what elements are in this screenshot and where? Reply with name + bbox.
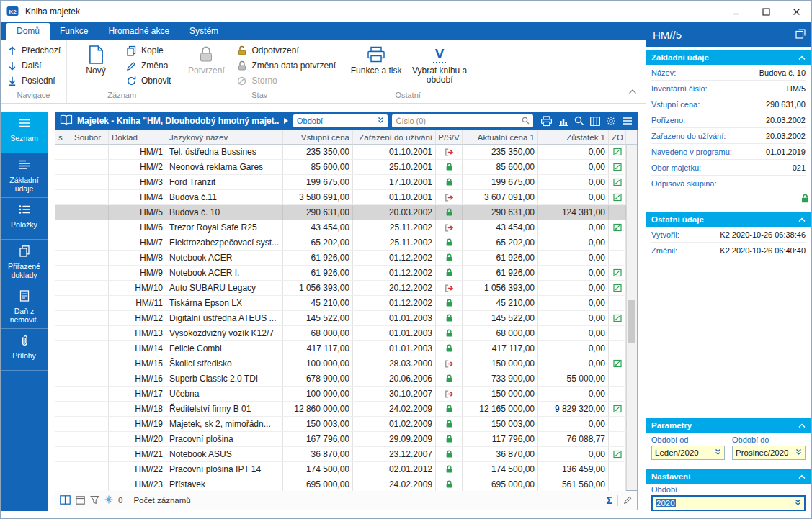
table-row-HM-21[interactable]: HM//21Notebook ASUS36 870,0023.12.200736…: [55, 447, 626, 462]
copy-icon: [126, 45, 137, 56]
table-row-HM-7[interactable]: HM//7Elektrozabezpečovací syst...65 202,…: [55, 235, 626, 251]
asset-table: sSouborDokladJazykový názevVstupní cenaZ…: [55, 130, 638, 491]
confirm-button[interactable]: Potvrzení: [183, 42, 229, 76]
sidebar-item-3[interactable]: Přiřazené doklady: [1, 240, 48, 284]
table-row-HM-17[interactable]: HM//17Učebna100 000,0030.10.2007150 000,…: [55, 387, 626, 402]
section-body: Vytvořil:K2 2020-10-26 06:38:46Změnil:K2…: [646, 227, 811, 258]
minimize-button[interactable]: [720, 1, 751, 22]
sidebar-item-1[interactable]: Základní údaje: [1, 153, 48, 198]
unconfirm-button[interactable]: Odpotvrzení: [236, 43, 336, 58]
table-row-HM-19[interactable]: HM//19Majetek, sk 2, mimořádn...150 003,…: [55, 417, 626, 432]
column-header-vstupni[interactable]: Vstupní cena: [283, 130, 353, 145]
last-record-button[interactable]: Poslední: [6, 73, 61, 88]
section-header[interactable]: Základní údaje: [646, 50, 811, 65]
cell-soubor: [71, 326, 109, 340]
column-header-doklad[interactable]: Doklad: [109, 130, 166, 145]
column-header-aktualni[interactable]: Aktuální cena 1: [463, 130, 538, 145]
period-filter-input[interactable]: Období: [293, 114, 388, 127]
depreciation-icon: [609, 296, 626, 310]
period-to-select[interactable]: Prosinec/2020: [732, 446, 806, 460]
edit-record-button[interactable]: Změna: [126, 58, 171, 73]
new-record-button[interactable]: Nový: [73, 42, 119, 76]
open-in-window-icon[interactable]: [795, 29, 806, 41]
period-select[interactable]: 2020: [651, 495, 806, 511]
functions-print-button[interactable]: Funkce a tisk: [348, 42, 404, 76]
next-record-button[interactable]: Další: [6, 58, 61, 73]
section-header[interactable]: Parametry: [646, 418, 811, 433]
cell-zustatek: 0,00: [538, 145, 609, 159]
table-row-HM-1[interactable]: HM//1Tel. ústředna Bussines235 350,0001.…: [55, 145, 626, 160]
play-icon[interactable]: [283, 114, 289, 127]
chart-icon[interactable]: [558, 117, 568, 126]
column-header-zustatek[interactable]: Zůstatek 1: [538, 130, 609, 145]
table-row-HM-13[interactable]: HM//13Vysokozdvižný vozík K12/768 000,00…: [55, 326, 626, 341]
table-row-HM-23[interactable]: HM//23Přístavek695 000,0024.02.2009695 0…: [55, 477, 626, 492]
table-row-HM-4[interactable]: HM//4Budova č.113 580 691,0001.10.20013 …: [55, 190, 626, 205]
period-from-select[interactable]: Leden/2020: [651, 446, 725, 460]
confirmed-lock-icon: [436, 326, 463, 340]
cell-zustatek: 55 000,00: [538, 371, 609, 386]
maximize-button[interactable]: [751, 1, 781, 22]
print-icon[interactable]: [540, 116, 553, 127]
cell-soubor: [71, 432, 109, 446]
table-row-HM-22[interactable]: HM//22Pracovní plošina IPT 14174 500,000…: [55, 462, 626, 477]
form-icon: [18, 158, 31, 173]
column-header-soubor[interactable]: Soubor: [71, 130, 109, 145]
table-row-HM-16[interactable]: HM//16Superb Classic 2.0 TDI678 900,0020…: [55, 371, 626, 387]
select-book-period-button[interactable]: V Vybrat knihu a období: [411, 42, 468, 85]
previous-record-button[interactable]: Předchozí: [6, 43, 61, 58]
table-row-HM-3[interactable]: HM//3Ford Tranzit199 675,0017.10.2001199…: [55, 175, 626, 190]
table-row-HM-11[interactable]: HM//11Tiskárna Epson LX45 210,0001.12.20…: [55, 296, 626, 311]
column-header-zarazeni[interactable]: Zařazení do užívání: [353, 130, 436, 145]
period-to-label: Období do: [732, 435, 806, 444]
table-row-HM-6[interactable]: HM//6Trezor Royal Safe R2543 454,0025.11…: [55, 220, 626, 235]
table-row-HM-9[interactable]: HM//9Notebook ACER I.61 926,0001.12.2002…: [55, 266, 626, 281]
settings-icon[interactable]: [606, 116, 616, 126]
calendar-icon[interactable]: [76, 495, 85, 506]
column-header-nazev[interactable]: Jazykový název: [166, 130, 283, 145]
section-header[interactable]: Nastavení: [646, 469, 811, 484]
filter-icon[interactable]: [90, 495, 99, 506]
sidebar-item-0[interactable]: Seznam: [1, 112, 48, 153]
view-columns-icon[interactable]: [60, 495, 71, 506]
collapse-ribbon-icon[interactable]: [628, 84, 637, 97]
column-header-zo[interactable]: ZO: [609, 130, 626, 145]
cell-soubor: [71, 447, 109, 461]
table-row-HM-12[interactable]: HM//12Digitální ústředna ATEUS ...145 52…: [55, 311, 626, 326]
table-row-HM-20[interactable]: HM//20Pracovní plošina167 796,0029.09.20…: [55, 432, 626, 447]
sidebar-item-5[interactable]: Přílohy: [1, 329, 48, 371]
close-button[interactable]: [781, 1, 811, 22]
cell-soubor: [71, 477, 109, 492]
columns-icon[interactable]: [590, 117, 600, 126]
table-row-HM-14[interactable]: HM//14Felicie Combi417 117,0001.01.20034…: [55, 341, 626, 356]
copy-record-button[interactable]: Kopie: [126, 43, 171, 58]
sidebar-item-4[interactable]: Daň z nemovit.: [1, 284, 48, 329]
table-row-HM-5[interactable]: HM//5Budova č. 10290 631,0020.03.2002290…: [55, 205, 626, 220]
search-icon[interactable]: [574, 116, 584, 126]
vertical-scrollbar[interactable]: [626, 145, 637, 490]
cell-zarazeni: 20.06.2006: [353, 371, 436, 386]
column-header-s[interactable]: s: [55, 130, 71, 145]
number-search-input[interactable]: Číslo (0): [392, 114, 533, 127]
ribbon-tab-0[interactable]: Domů: [6, 23, 50, 40]
snowflake-icon[interactable]: [104, 495, 113, 505]
sum-icon[interactable]: Σ: [607, 495, 612, 506]
grid-menu-icon[interactable]: [622, 117, 633, 125]
ribbon-tab-3[interactable]: Systém: [179, 23, 228, 40]
table-row-HM-2[interactable]: HM//2Neonová reklama Gares85 600,0025.10…: [55, 160, 626, 175]
cancel-record-button[interactable]: Storno: [236, 73, 336, 88]
table-row-HM-8[interactable]: HM//8Notebook ACER61 926,0001.12.200261 …: [55, 251, 626, 266]
sidebar-item-2[interactable]: Položky: [1, 198, 48, 240]
ribbon-tab-2[interactable]: Hromadné akce: [98, 23, 179, 40]
table-row-HM-18[interactable]: HM//18Ředitelství firmy B 0112 860 000,0…: [55, 402, 626, 417]
refresh-record-button[interactable]: Obnovit: [126, 73, 171, 88]
edit-pencil-icon[interactable]: [623, 495, 633, 506]
column-header-psv[interactable]: P/S/V: [436, 130, 463, 145]
table-row-HM-10[interactable]: HM//10Auto SUBARU Legacy1 056 393,0020.1…: [55, 281, 626, 296]
cell-doklad: HM//18: [109, 402, 166, 416]
scrollbar-thumb[interactable]: [628, 300, 635, 343]
table-row-HM-15[interactable]: HM//15Školicí středisko100 000,0028.03.2…: [55, 356, 626, 371]
change-confirm-date-button[interactable]: Změna data potvrzení: [236, 58, 336, 73]
section-header[interactable]: Ostatní údaje: [646, 212, 811, 227]
ribbon-tab-1[interactable]: Funkce: [50, 23, 98, 40]
